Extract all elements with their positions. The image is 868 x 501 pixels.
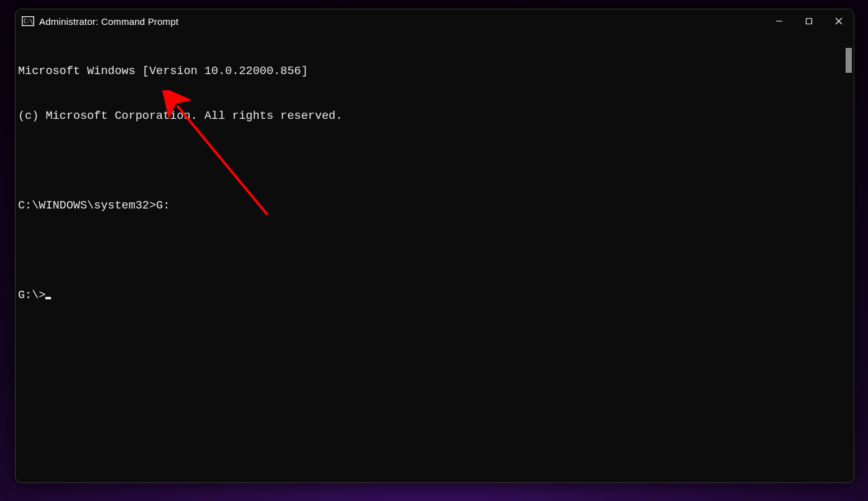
titlebar[interactable]: C:\_ Administrator: Command Prompt bbox=[16, 9, 854, 33]
terminal-prompt-line: G:\> bbox=[16, 288, 854, 303]
svg-rect-4 bbox=[806, 19, 812, 24]
minimize-button[interactable] bbox=[764, 9, 794, 33]
svg-text:C:\_: C:\_ bbox=[24, 19, 34, 24]
maximize-button[interactable] bbox=[794, 9, 824, 33]
terminal-line: C:\WINDOWS\system32>G: bbox=[16, 199, 854, 213]
terminal-line: (c) Microsoft Corporation. All rights re… bbox=[16, 109, 854, 124]
cmd-app-icon: C:\_ bbox=[22, 16, 34, 27]
terminal-prompt-text: G:\> bbox=[18, 289, 45, 302]
window-controls bbox=[764, 9, 854, 33]
terminal-cursor bbox=[45, 297, 51, 299]
close-button[interactable] bbox=[824, 9, 854, 33]
terminal-line bbox=[16, 243, 854, 258]
terminal-output[interactable]: Microsoft Windows [Version 10.0.22000.85… bbox=[16, 33, 854, 483]
terminal-line: Microsoft Windows [Version 10.0.22000.85… bbox=[16, 64, 854, 79]
terminal-line bbox=[16, 154, 854, 169]
vertical-scrollbar-thumb[interactable] bbox=[846, 48, 852, 73]
window-title: Administrator: Command Prompt bbox=[39, 16, 178, 27]
command-prompt-window: C:\_ Administrator: Command Prompt bbox=[15, 9, 854, 483]
